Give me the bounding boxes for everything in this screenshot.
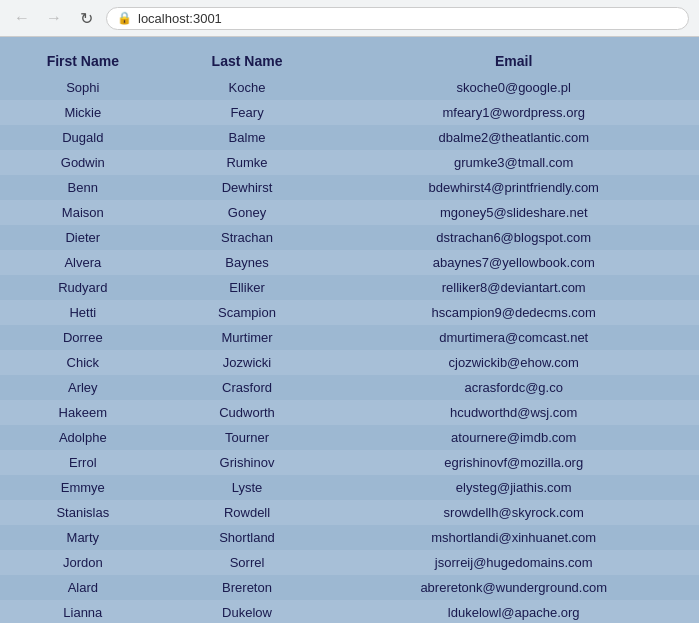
- cell-email: mfeary1@wordpress.org: [328, 100, 699, 125]
- cell-email: hscampion9@dedecms.com: [328, 300, 699, 325]
- cell-firstname: Stanislas: [0, 500, 166, 525]
- table-row: JordonSorreljsorreij@hugedomains.com: [0, 550, 699, 575]
- main-content: First Name Last Name Email SophiKochesko…: [0, 37, 699, 623]
- table-row: RudyardEllikerrelliker8@deviantart.com: [0, 275, 699, 300]
- cell-lastname: Shortland: [166, 525, 329, 550]
- back-button[interactable]: ←: [10, 6, 34, 30]
- cell-lastname: Sorrel: [166, 550, 329, 575]
- cell-firstname: Dieter: [0, 225, 166, 250]
- table-row: MartyShortlandmshortlandi@xinhuanet.com: [0, 525, 699, 550]
- cell-firstname: Dorree: [0, 325, 166, 350]
- cell-email: dbalme2@theatlantic.com: [328, 125, 699, 150]
- url-text: localhost:3001: [138, 11, 222, 26]
- cell-firstname: Sophi: [0, 75, 166, 100]
- table-row: StanislasRowdellsrowdellh@skyrock.com: [0, 500, 699, 525]
- table-row: GodwinRumkegrumke3@tmall.com: [0, 150, 699, 175]
- table-row: SophiKocheskoche0@google.pl: [0, 75, 699, 100]
- cell-lastname: Goney: [166, 200, 329, 225]
- cell-lastname: Murtimer: [166, 325, 329, 350]
- cell-firstname: Arley: [0, 375, 166, 400]
- cell-lastname: Lyste: [166, 475, 329, 500]
- reload-button[interactable]: ↻: [74, 6, 98, 30]
- cell-email: skoche0@google.pl: [328, 75, 699, 100]
- cell-firstname: Rudyard: [0, 275, 166, 300]
- cell-lastname: Balme: [166, 125, 329, 150]
- cell-lastname: Strachan: [166, 225, 329, 250]
- table-row: DieterStrachandstrachan6@blogspot.com: [0, 225, 699, 250]
- cell-lastname: Rumke: [166, 150, 329, 175]
- table-row: ErrolGrishinovegrishinovf@mozilla.org: [0, 450, 699, 475]
- table-row: AlveraBaynesabaynes7@yellowbook.com: [0, 250, 699, 275]
- cell-lastname: Scampion: [166, 300, 329, 325]
- table-row: MaisonGoneymgoney5@slideshare.net: [0, 200, 699, 225]
- cell-firstname: Hakeem: [0, 400, 166, 425]
- table-row: EmmyeLysteelysteg@jiathis.com: [0, 475, 699, 500]
- table-row: AdolpheTourneratournere@imdb.com: [0, 425, 699, 450]
- cell-lastname: Crasford: [166, 375, 329, 400]
- data-table: First Name Last Name Email SophiKochesko…: [0, 47, 699, 623]
- table-row: MickieFearymfeary1@wordpress.org: [0, 100, 699, 125]
- cell-firstname: Chick: [0, 350, 166, 375]
- cell-email: dmurtimera@comcast.net: [328, 325, 699, 350]
- cell-email: mshortlandi@xinhuanet.com: [328, 525, 699, 550]
- cell-lastname: Dukelow: [166, 600, 329, 623]
- cell-lastname: Elliker: [166, 275, 329, 300]
- cell-firstname: Alard: [0, 575, 166, 600]
- cell-email: ldukelowl@apache.org: [328, 600, 699, 623]
- cell-lastname: Koche: [166, 75, 329, 100]
- cell-firstname: Adolphe: [0, 425, 166, 450]
- cell-lastname: Cudworth: [166, 400, 329, 425]
- col-email: Email: [328, 47, 699, 75]
- cell-lastname: Baynes: [166, 250, 329, 275]
- browser-toolbar: ← → ↻ 🔒 localhost:3001: [0, 0, 699, 37]
- table-row: HakeemCudworthhcudworthd@wsj.com: [0, 400, 699, 425]
- cell-email: elysteg@jiathis.com: [328, 475, 699, 500]
- cell-email: hcudworthd@wsj.com: [328, 400, 699, 425]
- cell-email: grumke3@tmall.com: [328, 150, 699, 175]
- cell-email: srowdellh@skyrock.com: [328, 500, 699, 525]
- cell-lastname: Tourner: [166, 425, 329, 450]
- cell-firstname: Lianna: [0, 600, 166, 623]
- table-row: DorreeMurtimerdmurtimera@comcast.net: [0, 325, 699, 350]
- cell-email: bdewhirst4@printfriendly.com: [328, 175, 699, 200]
- cell-firstname: Jordon: [0, 550, 166, 575]
- cell-lastname: Jozwicki: [166, 350, 329, 375]
- cell-firstname: Maison: [0, 200, 166, 225]
- cell-firstname: Hetti: [0, 300, 166, 325]
- cell-firstname: Marty: [0, 525, 166, 550]
- table-row: LiannaDukelowldukelowl@apache.org: [0, 600, 699, 623]
- cell-firstname: Emmye: [0, 475, 166, 500]
- table-row: AlardBreretonabreretonk@wunderground.com: [0, 575, 699, 600]
- cell-lastname: Grishinov: [166, 450, 329, 475]
- cell-firstname: Mickie: [0, 100, 166, 125]
- table-header-row: First Name Last Name Email: [0, 47, 699, 75]
- cell-firstname: Errol: [0, 450, 166, 475]
- table-row: ChickJozwickicjozwickib@ehow.com: [0, 350, 699, 375]
- table-row: ArleyCrasfordacrasfordc@g.co: [0, 375, 699, 400]
- table-row: HettiScampionhscampion9@dedecms.com: [0, 300, 699, 325]
- cell-email: mgoney5@slideshare.net: [328, 200, 699, 225]
- forward-button[interactable]: →: [42, 6, 66, 30]
- lock-icon: 🔒: [117, 11, 132, 25]
- table-row: DugaldBalmedbalme2@theatlantic.com: [0, 125, 699, 150]
- cell-email: jsorreij@hugedomains.com: [328, 550, 699, 575]
- cell-firstname: Alvera: [0, 250, 166, 275]
- address-bar[interactable]: 🔒 localhost:3001: [106, 7, 689, 30]
- cell-lastname: Rowdell: [166, 500, 329, 525]
- cell-email: atournere@imdb.com: [328, 425, 699, 450]
- cell-lastname: Brereton: [166, 575, 329, 600]
- cell-email: dstrachan6@blogspot.com: [328, 225, 699, 250]
- cell-email: egrishinovf@mozilla.org: [328, 450, 699, 475]
- cell-lastname: Feary: [166, 100, 329, 125]
- cell-email: acrasfordc@g.co: [328, 375, 699, 400]
- cell-firstname: Dugald: [0, 125, 166, 150]
- cell-lastname: Dewhirst: [166, 175, 329, 200]
- cell-email: abaynes7@yellowbook.com: [328, 250, 699, 275]
- col-firstname: First Name: [0, 47, 166, 75]
- cell-firstname: Godwin: [0, 150, 166, 175]
- cell-email: abreretonk@wunderground.com: [328, 575, 699, 600]
- col-lastname: Last Name: [166, 47, 329, 75]
- table-row: BennDewhirstbdewhirst4@printfriendly.com: [0, 175, 699, 200]
- cell-email: cjozwickib@ehow.com: [328, 350, 699, 375]
- cell-email: relliker8@deviantart.com: [328, 275, 699, 300]
